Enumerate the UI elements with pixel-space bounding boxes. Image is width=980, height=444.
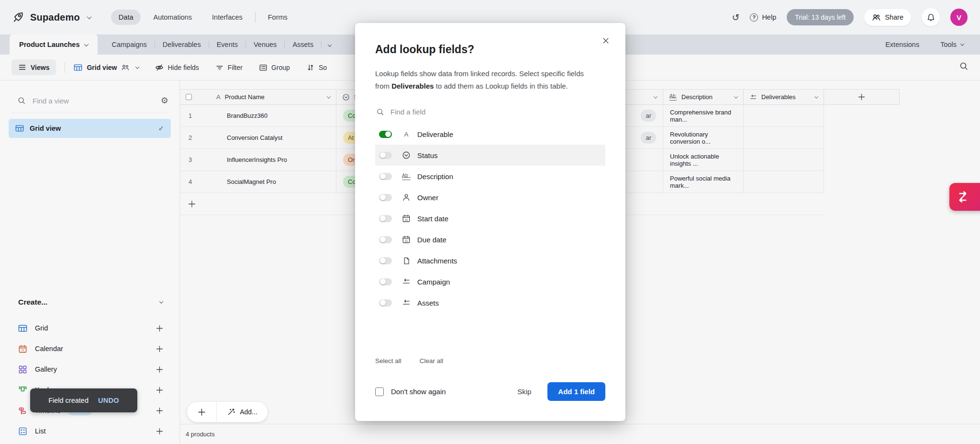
tab-venues[interactable]: Venues	[246, 41, 284, 48]
field-row-owner[interactable]: Owner	[375, 187, 605, 208]
search-icon	[376, 108, 384, 116]
history-icon[interactable]	[732, 12, 739, 23]
find-field-input[interactable]	[390, 108, 605, 116]
dont-show-again-label: Don't show again	[391, 387, 446, 396]
search-records-button[interactable]	[959, 61, 969, 71]
workspace-brand[interactable]: Supademo	[12, 11, 91, 23]
toggle-on[interactable]	[379, 131, 392, 138]
plus-icon[interactable]	[156, 324, 164, 332]
sidebar-item-gantt[interactable]: Gantt Team	[0, 442, 180, 444]
tab-deliverables[interactable]: Deliverables	[155, 41, 209, 48]
long-text-field-icon	[401, 172, 411, 181]
toggle-off[interactable]	[379, 215, 392, 222]
search-icon	[17, 96, 26, 105]
toggle-off[interactable]	[379, 299, 392, 307]
notifications-button[interactable]	[922, 8, 940, 26]
cell-product-name[interactable]: InfluencerInsights Pro	[201, 149, 336, 171]
add-record-label: Add...	[240, 408, 257, 416]
tools-button[interactable]: Tools	[940, 41, 964, 48]
cell-deliverables[interactable]	[744, 127, 824, 148]
avatar[interactable]: V	[950, 9, 968, 26]
create-section-header[interactable]: Create...	[0, 294, 180, 311]
skip-button[interactable]: Skip	[517, 387, 531, 396]
cell-description[interactable]: Powerful social media mark...	[663, 171, 744, 193]
tab-campaigns[interactable]: Campaigns	[104, 41, 155, 48]
table-tabs-right: Extensions Tools	[885, 41, 980, 48]
sort-button[interactable]: So	[306, 63, 327, 72]
dont-show-again-checkbox[interactable]	[375, 387, 384, 396]
cell-description[interactable]: Comprehensive brand man...	[663, 105, 744, 126]
sidebar-item-list[interactable]: List	[0, 421, 180, 441]
tab-product-launches[interactable]: Product Launches	[10, 34, 98, 55]
cell-deliverables[interactable]	[744, 171, 824, 193]
row-number: 3	[180, 149, 201, 171]
column-header-product-name[interactable]: Product Name	[180, 90, 336, 104]
plus-icon[interactable]	[156, 386, 164, 394]
column-header-description[interactable]: Description	[663, 90, 744, 104]
plus-icon[interactable]	[156, 365, 164, 374]
toast-undo-button[interactable]: UNDO	[98, 397, 119, 404]
cell-product-name[interactable]: Conversion Catalyst	[201, 127, 336, 148]
tab-events[interactable]: Events	[209, 41, 245, 48]
add-field-button[interactable]: Add 1 field	[547, 382, 605, 401]
sidebar-item-calendar[interactable]: 31 Calendar	[0, 339, 180, 359]
gear-icon[interactable]	[161, 95, 168, 106]
trial-badge[interactable]: Trial: 13 days left	[787, 9, 854, 25]
nav-interfaces[interactable]: Interfaces	[204, 10, 250, 25]
grid-view-menu[interactable]: Grid view	[74, 63, 139, 72]
toggle-off[interactable]	[379, 257, 392, 264]
field-row-assets[interactable]: Assets	[375, 292, 605, 313]
plus-icon[interactable]	[156, 407, 164, 415]
field-row-description[interactable]: Description	[375, 166, 605, 187]
share-button[interactable]: Share	[864, 9, 911, 26]
add-record-button[interactable]	[187, 402, 217, 422]
hide-fields-button[interactable]: Hide fields	[155, 63, 199, 72]
toggle-off[interactable]	[379, 278, 392, 285]
cell-product-name[interactable]: BrandBuzz360	[201, 105, 336, 126]
cell-product-name[interactable]: SocialMagnet Pro	[201, 171, 336, 193]
cell-deliverables[interactable]	[744, 149, 824, 171]
more-tables-chevron-icon[interactable]	[322, 41, 338, 48]
field-row-start-date[interactable]: 31 Start date	[375, 208, 605, 229]
sidebar-item-gallery[interactable]: Gallery	[0, 359, 180, 379]
cell-description[interactable]: Unlock actionable insights ...	[663, 149, 744, 171]
column-header-deliverables[interactable]: Deliverables	[744, 90, 824, 104]
field-row-campaign[interactable]: Campaign	[375, 271, 605, 292]
nav-automations[interactable]: Automations	[145, 10, 200, 25]
toggle-off[interactable]	[379, 152, 392, 159]
find-view-input[interactable]	[33, 97, 154, 105]
top-nav: Data Automations Interfaces Forms	[111, 10, 295, 25]
close-icon[interactable]	[600, 34, 612, 47]
field-row-due-date[interactable]: 31 Due date	[375, 229, 605, 250]
select-all-checkbox[interactable]	[186, 94, 192, 100]
add-with-ai-button[interactable]: Add...	[217, 402, 267, 422]
views-button[interactable]: Views	[11, 59, 56, 75]
sidebar-item-grid[interactable]: Grid	[0, 318, 180, 338]
plus-icon	[197, 408, 206, 417]
toggle-off[interactable]	[379, 194, 392, 201]
extensions-button[interactable]: Extensions	[885, 41, 919, 48]
cell-deliverables[interactable]	[744, 105, 824, 126]
plus-icon[interactable]	[156, 345, 164, 353]
toggle-off[interactable]	[379, 236, 392, 243]
nav-data[interactable]: Data	[111, 10, 141, 25]
help-button[interactable]: ? Help	[750, 13, 776, 22]
clear-all-link[interactable]: Clear all	[420, 357, 444, 364]
field-row-status[interactable]: Status	[375, 145, 605, 166]
filter-button[interactable]: Filter	[215, 63, 243, 72]
chevron-down-icon	[654, 94, 657, 98]
field-row-deliverable[interactable]: Deliverable	[375, 124, 605, 145]
nav-forms[interactable]: Forms	[260, 10, 295, 25]
supademo-expand-widget[interactable]	[949, 183, 980, 211]
group-button[interactable]: Group	[259, 63, 290, 72]
workspace-title: Supademo	[30, 12, 80, 23]
plus-icon[interactable]	[156, 427, 164, 435]
select-all-link[interactable]: Select all	[375, 357, 401, 364]
cell-description[interactable]: Revolutionary conversion o...	[663, 127, 744, 148]
add-column-button[interactable]	[824, 90, 900, 104]
dialog-footer: Don't show again Skip Add 1 field	[375, 382, 605, 401]
sidebar-item-grid-view-selected[interactable]: Grid view ✓	[9, 119, 171, 138]
tab-assets[interactable]: Assets	[285, 41, 321, 48]
toggle-off[interactable]	[379, 173, 392, 180]
field-row-attachments[interactable]: Attachments	[375, 250, 605, 271]
